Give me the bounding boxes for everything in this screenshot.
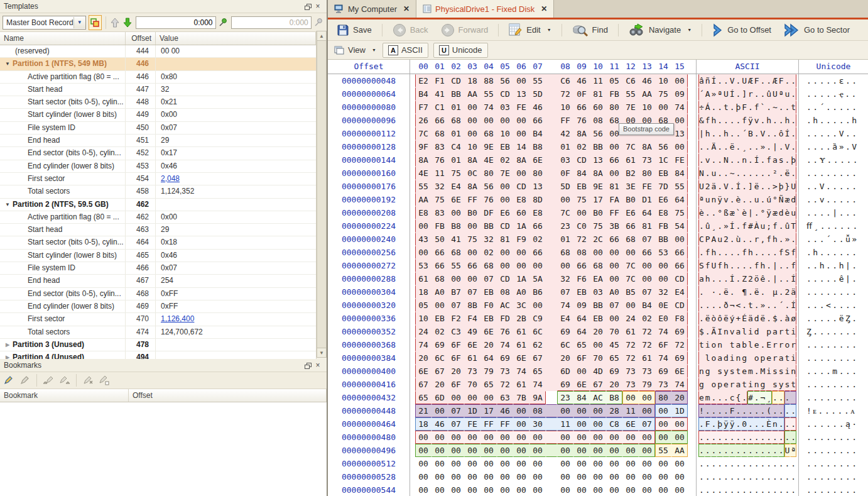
hex-byte[interactable]: C1 <box>431 101 448 114</box>
ascii-char[interactable]: û <box>766 87 772 101</box>
hex-byte[interactable]: 07 <box>557 285 573 299</box>
ascii-char[interactable]: . <box>790 431 796 444</box>
ascii-char[interactable]: . <box>698 285 705 299</box>
template-color-toggle-button[interactable] <box>89 15 102 30</box>
hex-byte[interactable]: 00 <box>497 246 513 259</box>
ascii-char[interactable]: ò <box>711 312 717 325</box>
ascii-char[interactable]: T <box>790 219 796 233</box>
ascii-char[interactable]: C <box>698 233 705 246</box>
template-row[interactable]: End cylinder (lower 8 bits)4530x46 <box>0 160 316 173</box>
hex-offset[interactable]: 00000000336 <box>328 312 410 325</box>
tab-my-computer[interactable]: My Computer ✕ <box>328 0 416 18</box>
close-tab-icon[interactable]: ✕ <box>403 4 410 13</box>
edit-bookmark-icon[interactable] <box>19 374 31 387</box>
close-panel-icon[interactable]: × <box>313 361 323 370</box>
ascii-char[interactable]: v <box>754 114 760 127</box>
hex-byte[interactable]: EB <box>573 285 590 299</box>
hex-byte[interactable]: 73 <box>464 365 480 378</box>
ascii-char[interactable]: n <box>723 325 729 338</box>
hex-byte[interactable]: 63 <box>497 391 513 404</box>
hex-byte[interactable]: 00 <box>464 431 480 444</box>
hex-byte[interactable]: 56 <box>590 127 606 140</box>
ascii-char[interactable]: . <box>778 457 784 470</box>
ascii-char[interactable]: # <box>747 219 754 233</box>
ascii-char[interactable]: . <box>772 391 778 404</box>
ascii-char[interactable]: l <box>705 351 711 365</box>
ascii-char[interactable]: . <box>729 431 735 444</box>
template-row[interactable]: Start head44732 <box>0 84 316 96</box>
template-row[interactable]: Start head46329 <box>0 224 316 236</box>
template-row[interactable]: First sector4701,126,400 <box>0 313 316 326</box>
hex-byte[interactable]: 74 <box>513 365 529 378</box>
scroll-down-icon[interactable]: ▼ <box>317 348 327 358</box>
ascii-char[interactable]: . <box>705 457 711 470</box>
hex-byte[interactable]: 13 <box>513 87 529 101</box>
ascii-char[interactable]: . <box>729 246 735 259</box>
hex-byte[interactable]: 76 <box>497 325 513 338</box>
hex-byte[interactable]: 00 <box>590 470 606 483</box>
hex-byte[interactable]: 65 <box>606 351 622 365</box>
ascii-char[interactable]: . <box>729 457 735 470</box>
hex-byte[interactable]: 43 <box>415 233 431 246</box>
goto-sector-button[interactable]: Go to Sector <box>780 21 854 39</box>
hex-byte[interactable]: 72 <box>671 338 688 351</box>
hex-byte[interactable]: 66 <box>431 114 448 127</box>
ascii-char[interactable]: Í <box>735 180 742 193</box>
hex-byte[interactable]: 69 <box>497 351 513 365</box>
hex-byte[interactable]: 28 <box>606 404 622 417</box>
ascii-char[interactable]: . <box>778 114 784 127</box>
hex-byte[interactable]: 08 <box>497 285 513 299</box>
hex-unicode-text[interactable]: ........ <box>799 351 868 365</box>
ascii-char[interactable]: ä <box>790 285 796 299</box>
ascii-char[interactable]: i <box>766 365 772 378</box>
ascii-char[interactable]: . <box>778 233 784 246</box>
hex-offset[interactable]: 00000000400 <box>328 365 410 378</box>
ascii-char[interactable]: ! <box>698 404 705 417</box>
ascii-char[interactable]: þ <box>735 101 742 114</box>
hex-byte[interactable]: 00 <box>529 470 546 483</box>
hex-byte[interactable]: FE <box>671 153 688 167</box>
hex-byte[interactable]: 00 <box>606 259 622 272</box>
hex-byte[interactable]: 1A <box>513 219 529 233</box>
ascii-char[interactable]: . <box>723 391 729 404</box>
ascii-char[interactable]: . <box>747 431 754 444</box>
template-row[interactable]: Active partition flag (80 = ...4460x80 <box>0 71 316 84</box>
ascii-char[interactable]: . <box>766 457 772 470</box>
ascii-char[interactable]: u <box>711 167 717 180</box>
template-row[interactable]: Start sector (bits 0-5), cylin...4640x18 <box>0 236 316 249</box>
ascii-char[interactable]: E <box>766 338 772 351</box>
hex-offset[interactable]: 00000000304 <box>328 285 410 299</box>
hex-byte[interactable]: 03 <box>497 101 513 114</box>
ascii-char[interactable]: i <box>790 351 796 365</box>
ascii-char[interactable]: . <box>711 299 717 312</box>
hex-byte[interactable]: F2 <box>448 312 464 325</box>
hex-offset[interactable]: 00000000160 <box>328 167 410 180</box>
hex-byte[interactable]: 69 <box>606 365 622 378</box>
ascii-char[interactable]: ² <box>772 167 778 180</box>
hex-byte[interactable]: 6E <box>529 153 546 167</box>
hex-byte[interactable]: 84 <box>573 391 590 404</box>
ascii-char[interactable]: . <box>790 404 796 417</box>
ascii-char[interactable]: · <box>711 285 717 299</box>
hex-byte[interactable]: 20 <box>557 351 573 365</box>
hex-byte[interactable]: 17 <box>480 404 497 417</box>
hex-byte[interactable]: 00 <box>671 140 688 153</box>
ascii-char[interactable]: è <box>698 206 705 219</box>
hex-byte[interactable]: 10 <box>639 101 655 114</box>
back-button[interactable]: Back <box>389 21 432 39</box>
hex-byte[interactable]: 7C <box>622 259 639 272</box>
ascii-char[interactable]: Í <box>729 219 735 233</box>
hex-byte[interactable]: 0C <box>464 167 480 180</box>
hex-byte[interactable]: 8A <box>513 153 529 167</box>
hex-byte[interactable]: 00 <box>655 431 671 444</box>
ascii-char[interactable]: . <box>717 391 723 404</box>
hex-byte[interactable]: 00 <box>480 444 497 457</box>
hex-byte[interactable]: 00 <box>606 431 622 444</box>
ascii-char[interactable]: r <box>772 351 778 365</box>
hex-byte[interactable]: 00 <box>431 457 448 470</box>
ascii-char[interactable]: o <box>711 338 717 351</box>
ascii-char[interactable]: » <box>711 87 717 101</box>
ascii-char[interactable]: . <box>717 299 723 312</box>
ascii-char[interactable]: ¸ <box>741 140 747 153</box>
hex-byte[interactable]: 66 <box>464 259 480 272</box>
